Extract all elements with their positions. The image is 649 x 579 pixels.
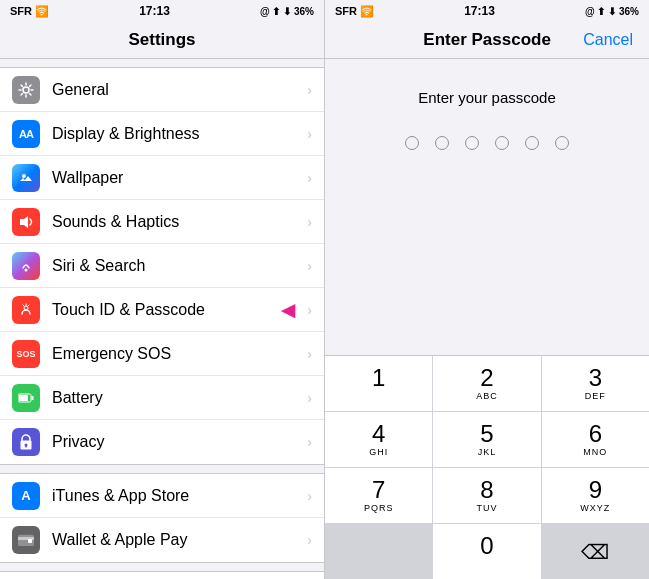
key-2-number: 2 <box>480 366 493 390</box>
key-5-number: 5 <box>480 422 493 446</box>
status-icons-right: @ ⬆ ⬇ 36% <box>585 6 639 17</box>
passcode-title: Enter Passcode <box>391 30 583 50</box>
key-empty <box>325 524 432 579</box>
key-5[interactable]: 5 JKL <box>433 412 540 467</box>
key-9[interactable]: 9 WXYZ <box>542 468 649 523</box>
settings-item-touchid[interactable]: Touch ID & Passcode ◄ › <box>0 288 324 332</box>
settings-nav-bar: Settings <box>0 22 324 59</box>
passcode-dot-4 <box>495 136 509 150</box>
passcode-dot-3 <box>465 136 479 150</box>
battery-label: Battery <box>52 389 303 407</box>
itunes-chevron: › <box>307 488 312 504</box>
sos-icon: SOS <box>12 340 40 368</box>
display-chevron: › <box>307 126 312 142</box>
settings-item-general[interactable]: General › <box>0 68 324 112</box>
key-6-letters: MNO <box>583 447 607 457</box>
key-8-number: 8 <box>480 478 493 502</box>
itunes-icon: A <box>12 482 40 510</box>
pink-arrow-icon: ◄ <box>276 296 300 324</box>
general-label: General <box>52 81 303 99</box>
key-4-letters: GHI <box>369 447 388 457</box>
key-2[interactable]: 2 ABC <box>433 356 540 411</box>
status-bar-right: SFR 🛜 17:13 @ ⬆ ⬇ 36% <box>325 0 649 22</box>
settings-item-sounds[interactable]: Sounds & Haptics › <box>0 200 324 244</box>
key-3-number: 3 <box>589 366 602 390</box>
key-6[interactable]: 6 MNO <box>542 412 649 467</box>
touchid-icon <box>12 296 40 324</box>
key-4[interactable]: 4 GHI <box>325 412 432 467</box>
key-8-letters: TUV <box>476 503 497 513</box>
touchid-chevron: › <box>307 302 312 318</box>
sos-chevron: › <box>307 346 312 362</box>
general-icon <box>12 76 40 104</box>
time-left: 17:13 <box>139 4 170 18</box>
siri-chevron: › <box>307 258 312 274</box>
battery-chevron: › <box>307 390 312 406</box>
wallpaper-icon <box>12 164 40 192</box>
key-9-number: 9 <box>589 478 602 502</box>
settings-item-wallet[interactable]: Wallet & Apple Pay › <box>0 518 324 562</box>
wallet-chevron: › <box>307 532 312 548</box>
display-label: Display & Brightness <box>52 125 303 143</box>
key-3[interactable]: 3 DEF <box>542 356 649 411</box>
backspace-icon: ⌫ <box>581 540 609 564</box>
passcode-nav-bar: Enter Passcode Cancel <box>325 22 649 59</box>
sos-label: Emergency SOS <box>52 345 303 363</box>
key-0[interactable]: 0 <box>433 524 540 579</box>
key-1[interactable]: 1 <box>325 356 432 411</box>
key-7-letters: PQRS <box>364 503 394 513</box>
settings-item-itunes[interactable]: A iTunes & App Store › <box>0 474 324 518</box>
display-icon: AA <box>12 120 40 148</box>
status-bar-left: SFR 🛜 17:13 @ ⬆ ⬇ 36% <box>0 0 324 22</box>
key-1-letters <box>377 391 381 401</box>
settings-item-wallpaper[interactable]: Wallpaper › <box>0 156 324 200</box>
svg-rect-6 <box>32 396 34 400</box>
settings-section-1: General › AA Display & Brightness › Wall… <box>0 67 324 465</box>
wallpaper-chevron: › <box>307 170 312 186</box>
key-backspace[interactable]: ⌫ <box>542 524 649 579</box>
passcode-dot-2 <box>435 136 449 150</box>
key-6-number: 6 <box>589 422 602 446</box>
touchid-label: Touch ID & Passcode <box>52 301 277 319</box>
status-icons-left: @ ⬆ ⬇ 36% <box>260 6 314 17</box>
cancel-button[interactable]: Cancel <box>583 31 633 49</box>
privacy-icon <box>12 428 40 456</box>
numpad-row-4: 0 ⌫ <box>325 524 649 579</box>
settings-item-privacy[interactable]: Privacy › <box>0 420 324 464</box>
general-chevron: › <box>307 82 312 98</box>
siri-label: Siri & Search <box>52 257 303 275</box>
key-7[interactable]: 7 PQRS <box>325 468 432 523</box>
time-right: 17:13 <box>464 4 495 18</box>
wallpaper-label: Wallpaper <box>52 169 303 187</box>
settings-item-siri[interactable]: Siri & Search › <box>0 244 324 288</box>
battery-icon <box>12 384 40 412</box>
settings-item-battery[interactable]: Battery › <box>0 376 324 420</box>
wallet-label: Wallet & Apple Pay <box>52 531 303 549</box>
settings-item-sos[interactable]: SOS Emergency SOS › <box>0 332 324 376</box>
settings-title: Settings <box>10 30 314 50</box>
itunes-label: iTunes & App Store <box>52 487 303 505</box>
svg-point-0 <box>23 87 29 93</box>
svg-point-3 <box>25 268 28 271</box>
settings-item-display[interactable]: AA Display & Brightness › <box>0 112 324 156</box>
numpad-row-3: 7 PQRS 8 TUV 9 WXYZ <box>325 468 649 523</box>
sounds-icon <box>12 208 40 236</box>
key-4-number: 4 <box>372 422 385 446</box>
numpad-row-1: 1 2 ABC 3 DEF <box>325 356 649 411</box>
passcode-dot-6 <box>555 136 569 150</box>
passcode-dot-5 <box>525 136 539 150</box>
key-8[interactable]: 8 TUV <box>433 468 540 523</box>
privacy-chevron: › <box>307 434 312 450</box>
svg-rect-7 <box>19 395 28 401</box>
settings-item-accounts[interactable]: Accounts & Passwords › <box>0 572 324 579</box>
passcode-dots <box>325 126 649 180</box>
key-1-number: 1 <box>372 366 385 390</box>
carrier-right: SFR 🛜 <box>335 5 374 18</box>
settings-section-3: Accounts & Passwords › Mail › <box>0 571 324 579</box>
numpad: 1 2 ABC 3 DEF 4 GHI 5 JKL 6 <box>325 355 649 579</box>
passcode-panel: SFR 🛜 17:13 @ ⬆ ⬇ 36% Enter Passcode Can… <box>325 0 649 579</box>
key-5-letters: JKL <box>478 447 497 457</box>
key-3-letters: DEF <box>585 391 606 401</box>
key-9-letters: WXYZ <box>580 503 610 513</box>
svg-point-1 <box>22 174 26 178</box>
